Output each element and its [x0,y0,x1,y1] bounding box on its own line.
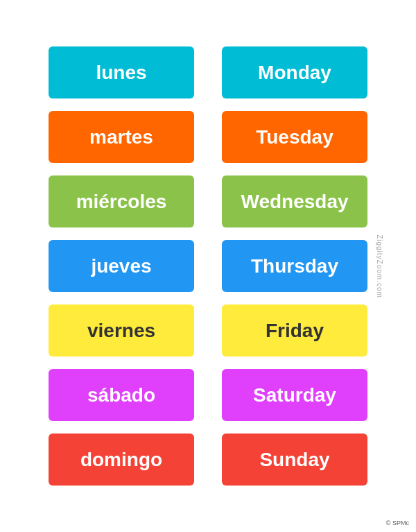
spanish-card-martes: martes [49,111,194,163]
spanish-label-martes: martes [89,126,153,148]
english-card-Thursday: Thursday [222,240,367,292]
english-card-Wednesday: Wednesday [222,175,367,228]
english-card-Saturday: Saturday [222,369,367,421]
english-label-Wednesday: Wednesday [241,191,348,213]
spanish-label-viernes: viernes [87,320,155,342]
english-label-Friday: Friday [266,320,324,342]
spanish-card-viernes: viernes [49,304,194,357]
spanish-card-sábado: sábado [49,369,194,421]
english-card-Friday: Friday [222,304,367,357]
english-label-Monday: Monday [258,62,331,84]
english-card-Monday: Monday [222,46,367,98]
spanish-label-miércoles: miércoles [76,191,167,213]
spanish-label-domingo: domingo [80,449,162,471]
english-card-Tuesday: Tuesday [222,111,367,163]
english-card-Sunday: Sunday [222,434,367,486]
english-label-Sunday: Sunday [259,449,329,471]
days-grid: lunesMondaymartesTuesdaymiércolesWednesd… [21,33,395,499]
spanish-label-lunes: lunes [96,62,146,84]
english-label-Thursday: Thursday [251,255,338,277]
copyright-text: © SPMc [386,520,409,526]
spanish-card-lunes: lunes [49,46,194,98]
spanish-card-domingo: domingo [49,434,194,486]
spanish-label-jueves: jueves [91,255,151,277]
spanish-card-miércoles: miércoles [49,175,194,228]
watermark-text: ZiggityZoom.com [376,234,384,298]
spanish-label-sábado: sábado [87,384,155,406]
spanish-card-jueves: jueves [49,240,194,292]
english-label-Saturday: Saturday [253,384,336,406]
english-label-Tuesday: Tuesday [256,126,333,148]
